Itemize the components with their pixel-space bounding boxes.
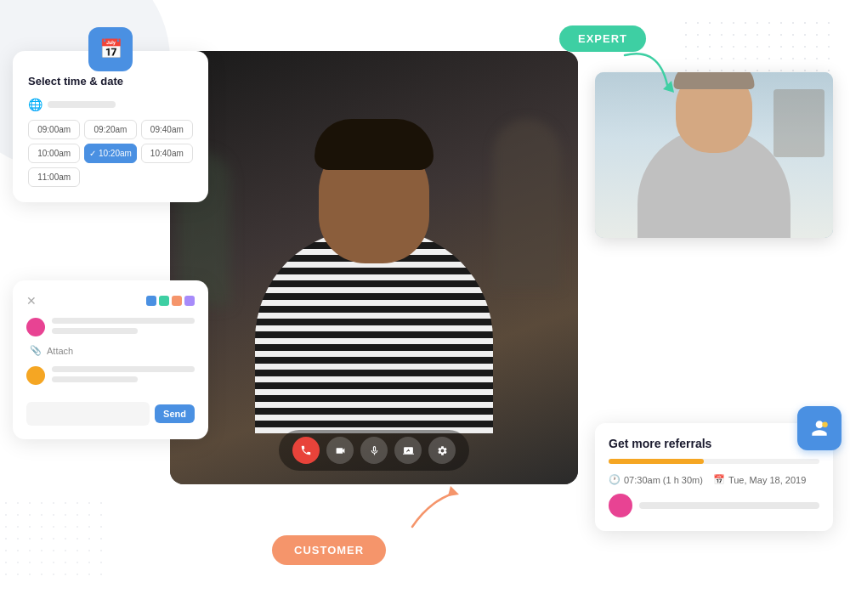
bg-person-1 xyxy=(493,119,561,289)
referrals-icon xyxy=(797,406,842,450)
mic-button[interactable] xyxy=(360,437,388,464)
referrals-avatar xyxy=(609,494,632,517)
msg-card-header: ✕ xyxy=(26,294,195,308)
msg-line-2b xyxy=(52,376,138,382)
referrals-date: 📅 Tue, May 18, 2019 xyxy=(713,474,806,485)
svg-marker-2 xyxy=(448,486,459,496)
referrals-progress-bar xyxy=(609,459,819,464)
expert-hair xyxy=(674,72,755,89)
timezone-placeholder xyxy=(48,101,116,108)
customer-arrow xyxy=(395,476,472,544)
dot-grid-left xyxy=(0,497,102,582)
svg-point-1 xyxy=(822,421,828,427)
time-slot-1000[interactable]: 10:00am xyxy=(28,144,80,163)
time-slot-1100[interactable]: 11:00am xyxy=(28,167,80,187)
main-video-bg xyxy=(170,51,578,484)
referrals-time-text: 07:30am (1 h 30m) xyxy=(624,475,703,485)
referrals-title: Get more referrals xyxy=(609,437,819,450)
msg-line-2a xyxy=(52,366,195,372)
expert-label: EXPERT xyxy=(559,25,646,52)
msg-bubble-2 xyxy=(26,366,195,387)
msg-bubble-1 xyxy=(26,318,195,338)
attach-label: Attach xyxy=(47,346,73,356)
screen-share-button[interactable] xyxy=(394,437,422,464)
send-button[interactable]: Send xyxy=(155,404,195,423)
msg-lines-1 xyxy=(52,318,195,338)
referrals-time: 🕐 07:30am (1 h 30m) xyxy=(609,474,703,485)
close-icon[interactable]: ✕ xyxy=(26,294,37,308)
camera-button[interactable] xyxy=(326,437,354,464)
settings-button[interactable] xyxy=(428,437,456,464)
time-slot-1040[interactable]: 10:40am xyxy=(141,144,193,163)
paperclip-icon: 📎 xyxy=(30,345,42,356)
time-slot-0920[interactable]: 09:20am xyxy=(84,120,136,139)
timezone-row: 🌐 xyxy=(28,98,193,111)
referrals-name-placeholder xyxy=(639,502,819,509)
time-grid: 09:00am 09:20am 09:40am 10:00am ✓ 10:20a… xyxy=(28,120,193,187)
logo-sq-1 xyxy=(146,296,156,306)
referrals-date-text: Tue, May 18, 2019 xyxy=(728,475,806,485)
svg-marker-0 xyxy=(663,81,674,93)
calendar-icon-small: 📅 xyxy=(713,474,725,485)
expert-bg-shelf xyxy=(774,89,824,157)
attach-row[interactable]: 📎 Attach xyxy=(26,345,195,356)
end-call-button[interactable] xyxy=(292,437,320,464)
msg-line-1b xyxy=(52,328,138,334)
msg-avatar-1 xyxy=(26,318,45,336)
schedule-card: 📅 Select time & date 🌐 09:00am 09:20am 0… xyxy=(13,51,208,202)
referrals-card: Get more referrals 🕐 07:30am (1 h 30m) 📅… xyxy=(595,423,833,531)
customer-label: CUSTOMER xyxy=(272,535,386,565)
referrals-meta: 🕐 07:30am (1 h 30m) 📅 Tue, May 18, 2019 xyxy=(609,474,819,485)
schedule-title: Select time & date xyxy=(28,75,193,88)
msg-line-1a xyxy=(52,318,195,324)
logo-sq-4 xyxy=(184,296,195,306)
referrals-person-row xyxy=(609,494,819,517)
time-slot-1020[interactable]: ✓ 10:20am xyxy=(84,144,136,163)
globe-icon: 🌐 xyxy=(28,98,42,111)
clock-icon: 🕐 xyxy=(609,474,620,485)
msg-input-row: Send xyxy=(26,402,195,426)
time-slot-0900[interactable]: 09:00am xyxy=(28,120,80,139)
calendar-icon: 📅 xyxy=(88,27,133,71)
time-slot-0940[interactable]: 09:40am xyxy=(141,120,193,139)
main-video xyxy=(170,51,578,484)
logo-sq-3 xyxy=(172,296,182,306)
person-hair xyxy=(314,119,434,170)
msg-input-field[interactable] xyxy=(26,402,150,426)
msg-avatar-2 xyxy=(26,366,45,385)
message-card: ✕ 📎 Attach Send xyxy=(13,280,208,439)
msg-lines-2 xyxy=(52,366,195,387)
logo-sq-2 xyxy=(159,296,169,306)
app-logo xyxy=(146,296,195,306)
referrals-progress-fill xyxy=(609,459,704,464)
video-controls xyxy=(279,430,469,471)
